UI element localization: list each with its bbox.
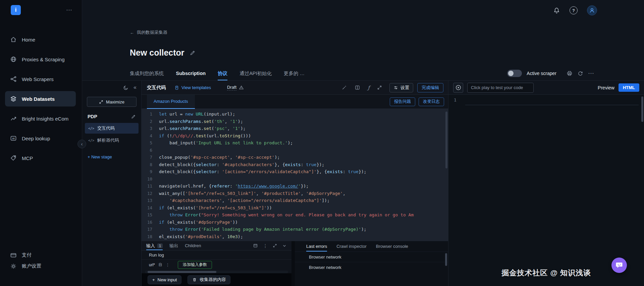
editor-tab-amazon-products[interactable]: Amazon Products bbox=[147, 95, 195, 109]
console-tab-input[interactable]: 输入 1 bbox=[146, 241, 163, 250]
console-tab-children[interactable]: Children bbox=[185, 241, 201, 250]
refresh-icon[interactable] bbox=[577, 70, 583, 76]
report-issue-button[interactable]: 报告问题 bbox=[390, 97, 415, 106]
scrollbar-thumb[interactable] bbox=[148, 271, 216, 273]
tag-icon bbox=[10, 155, 17, 161]
run-log-row[interactable]: Run log bbox=[142, 251, 291, 260]
printer-icon[interactable] bbox=[567, 70, 573, 76]
sidebar-item-mcp[interactable]: MCP bbox=[5, 150, 76, 166]
collector-content-button[interactable]: 收集器的内容 bbox=[187, 275, 230, 284]
input-param-type: 自 bbox=[158, 262, 162, 268]
changelog-button[interactable]: 改变日志 bbox=[419, 97, 444, 106]
expand-console-icon[interactable] bbox=[273, 243, 277, 248]
error-row[interactable]: Browser network bbox=[295, 252, 448, 262]
collapse-panel-icon[interactable]: « bbox=[133, 84, 137, 90]
edit-title-pencil-icon[interactable] bbox=[190, 50, 196, 56]
datasets-icon bbox=[10, 95, 17, 102]
split-view-icon[interactable] bbox=[355, 85, 360, 90]
horizontal-scrollbar[interactable] bbox=[145, 271, 288, 273]
sidebar-bottom-nav: 支付 账户设置 bbox=[0, 249, 82, 272]
draft-status: Draft bbox=[227, 85, 244, 90]
page-title: New collector bbox=[130, 48, 184, 58]
chevron-down-icon[interactable] bbox=[282, 243, 287, 248]
chat-support-button[interactable] bbox=[611, 258, 627, 273]
view-templates-link[interactable]: View templates bbox=[174, 85, 211, 90]
breadcrumb[interactable]: ← 我的数据采集器 bbox=[130, 29, 167, 35]
code-icon: </> bbox=[88, 139, 94, 142]
stage-item-parser-code[interactable]: </> 解析器代码 bbox=[85, 135, 139, 146]
back-arrow-icon: ← bbox=[130, 30, 134, 35]
tab-subscription[interactable]: Subscription bbox=[176, 66, 206, 80]
trash-icon bbox=[192, 277, 197, 282]
diagnostics-console: Last errors Crawl inspector Browser cons… bbox=[295, 241, 448, 286]
magic-wand-icon[interactable] bbox=[341, 85, 347, 90]
globe-icon bbox=[10, 56, 17, 63]
warning-icon bbox=[239, 85, 244, 90]
plus-icon: + bbox=[152, 277, 155, 282]
more-options-icon[interactable]: ⋯ bbox=[588, 70, 594, 77]
help-icon[interactable]: ? bbox=[570, 6, 578, 14]
sidebar-item-home[interactable]: Home bbox=[5, 32, 76, 47]
sidebar: i ⋯ Home Proxies & Scraping Web Scrapers… bbox=[0, 0, 82, 286]
sidebar-item-bright-insights[interactable]: Bright Insights eCom bbox=[5, 111, 76, 126]
ai-badge-icon: AI bbox=[10, 135, 17, 142]
frame-icon[interactable] bbox=[253, 243, 258, 248]
tab-integrate-system[interactable]: 集成到您的系统 bbox=[130, 66, 164, 80]
code-editor[interactable]: 1let url = new URL(input.url);2url.searc… bbox=[142, 109, 448, 241]
stage-name: PDP bbox=[88, 114, 97, 119]
insights-chart-icon bbox=[10, 115, 17, 122]
console-tab-last-errors[interactable]: Last errors bbox=[306, 241, 327, 252]
preview-mode-label[interactable]: Preview bbox=[598, 85, 614, 90]
dark-mode-moon-icon[interactable] bbox=[123, 85, 129, 90]
preview-panel: Preview HTML 1 bbox=[448, 81, 644, 286]
function-icon[interactable]: ƒ bbox=[368, 85, 370, 91]
scrapers-icon bbox=[10, 76, 17, 82]
html-mode-button[interactable]: HTML bbox=[619, 83, 639, 92]
topbar: ? bbox=[553, 5, 597, 15]
sidebar-item-deep-lookup[interactable]: AI Deep lookup bbox=[5, 131, 76, 146]
console-tab-browser-console[interactable]: Browser console bbox=[376, 241, 408, 252]
kebab-menu-icon[interactable]: ⋮ bbox=[263, 243, 268, 248]
console-tab-output[interactable]: 输出 bbox=[169, 241, 178, 250]
sidebar-collapse-handle[interactable]: ‹ bbox=[77, 140, 86, 148]
expand-icon[interactable] bbox=[377, 85, 382, 90]
preview-line-number: 1 bbox=[448, 97, 462, 102]
tab-api-init[interactable]: 通过API初始化 bbox=[239, 66, 272, 80]
editor-title: 交互代码 bbox=[147, 85, 166, 91]
user-avatar[interactable] bbox=[587, 5, 597, 15]
ide-workspace: « Maximize PDP </> 交互代码 </> 解析器代码 + New … bbox=[82, 80, 644, 286]
stage-item-interaction-code[interactable]: </> 交互代码 bbox=[85, 123, 139, 134]
param-kebab-icon[interactable]: ⋮ bbox=[166, 263, 170, 267]
add-input-param-button[interactable]: 添加输入参数 bbox=[178, 261, 212, 269]
tab-more[interactable]: 更多的 … bbox=[284, 66, 305, 80]
console-tab-crawl-inspector[interactable]: Crawl inspector bbox=[336, 241, 367, 252]
tab-protocol[interactable]: 协议 bbox=[218, 66, 227, 80]
console-scrollbar[interactable] bbox=[445, 253, 447, 266]
settings-button[interactable]: 设置 bbox=[389, 83, 413, 92]
new-input-button[interactable]: + New input bbox=[148, 275, 181, 284]
maximize-button[interactable]: Maximize bbox=[87, 97, 137, 107]
sidebar-item-proxies-scraping[interactable]: Proxies & Scraping bbox=[5, 52, 76, 67]
notifications-bell-icon[interactable] bbox=[553, 7, 560, 14]
preview-scrollbar[interactable] bbox=[641, 96, 643, 122]
gear-icon bbox=[10, 263, 17, 270]
header-controls: Active scraper ⋯ bbox=[507, 66, 594, 80]
finish-editing-button[interactable]: 完成编辑 bbox=[417, 83, 443, 92]
brand-logo[interactable]: i bbox=[11, 5, 21, 15]
code-editor-scrollbar[interactable] bbox=[445, 112, 447, 168]
new-stage-button[interactable]: + New stage bbox=[88, 154, 136, 159]
main-area: ? ← 我的数据采集器 New collector 集成到您的系统 Subscr… bbox=[82, 0, 644, 286]
sidebar-item-account-settings[interactable]: 账户设置 bbox=[5, 261, 76, 272]
sidebar-item-web-datasets[interactable]: Web Datasets bbox=[5, 91, 76, 106]
sidebar-menu-icon[interactable]: ⋯ bbox=[66, 6, 72, 14]
console-row: 输入 1 输出 Children ⋮ bbox=[142, 241, 448, 286]
error-row[interactable]: Browser network bbox=[295, 262, 448, 272]
sidebar-item-payment[interactable]: 支付 bbox=[5, 249, 76, 261]
play-button[interactable] bbox=[453, 83, 463, 93]
edit-stage-pencil-icon[interactable] bbox=[131, 114, 136, 119]
editor-panel: 交互代码 View templates Draft ƒ bbox=[142, 81, 448, 286]
active-scraper-label: Active scraper bbox=[527, 71, 556, 76]
test-code-input[interactable] bbox=[467, 83, 534, 93]
active-scraper-toggle[interactable] bbox=[507, 70, 522, 77]
sidebar-item-web-scrapers[interactable]: Web Scrapers bbox=[5, 71, 76, 87]
